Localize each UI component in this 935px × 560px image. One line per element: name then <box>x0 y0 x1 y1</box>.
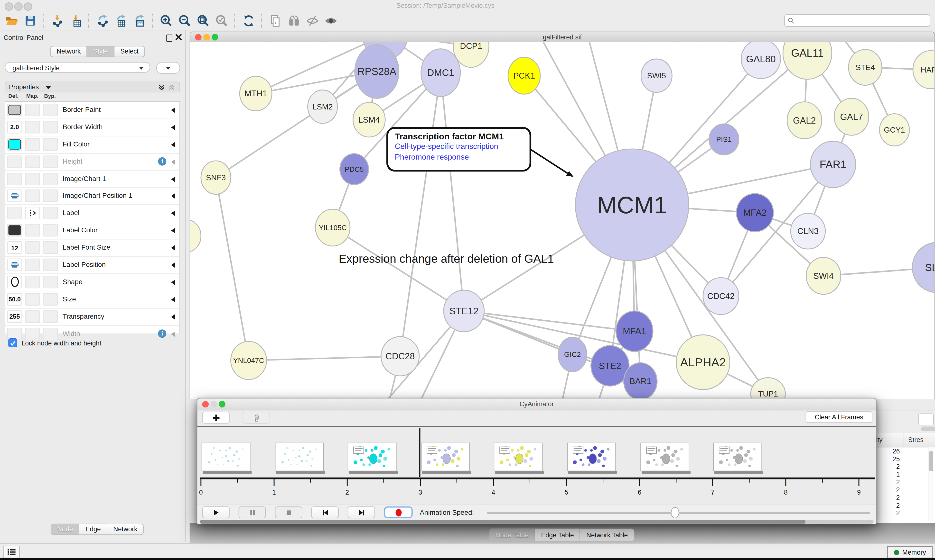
expand-property-icon[interactable] <box>171 228 175 234</box>
pause-button[interactable] <box>239 506 266 518</box>
tab-node-table[interactable]: Node Table <box>489 528 535 542</box>
annotation-link[interactable]: Cell-type-specific transcription <box>395 141 529 152</box>
add-frame-button[interactable] <box>202 412 230 423</box>
style-selector[interactable]: galFiltered Style <box>5 62 150 73</box>
property-cell[interactable] <box>25 121 40 133</box>
property-cell[interactable] <box>43 207 58 219</box>
property-cell[interactable] <box>43 138 58 151</box>
property-cell[interactable] <box>25 224 40 237</box>
binoculars-icon[interactable] <box>285 13 302 29</box>
property-cell[interactable] <box>7 207 22 219</box>
timeline-frame-5[interactable] <box>567 443 616 474</box>
annotation-caption[interactable]: Expression change after deletion of GAL1 <box>339 252 554 266</box>
hide-eye-icon[interactable] <box>304 13 320 29</box>
property-cell[interactable] <box>43 104 58 116</box>
delete-frame-button[interactable] <box>243 412 270 423</box>
expand-property-icon[interactable] <box>171 331 175 337</box>
scrollbar-thumb[interactable] <box>929 451 933 471</box>
expand-property-icon[interactable] <box>171 211 175 216</box>
timeline[interactable]: 0123456789 Seconds <box>197 427 876 505</box>
timeline-frame-2[interactable] <box>348 443 397 474</box>
property-cell[interactable] <box>43 121 58 133</box>
copy-document-icon[interactable] <box>267 13 283 29</box>
expand-property-icon[interactable] <box>171 194 175 199</box>
tab-network[interactable]: Network <box>50 46 87 57</box>
expand-property-icon[interactable] <box>171 297 175 302</box>
zoom-fit-icon[interactable] <box>195 13 211 29</box>
property-cell[interactable]: 12 <box>7 241 22 254</box>
frame-thumbnail[interactable] <box>421 443 470 471</box>
property-row-size[interactable]: 50.0Size <box>5 291 179 308</box>
property-row-label[interactable]: Label <box>5 205 179 222</box>
property-cell[interactable] <box>25 207 40 219</box>
properties-header[interactable]: Properties <box>5 82 180 92</box>
play-button[interactable] <box>202 506 230 518</box>
property-cell[interactable] <box>7 138 22 151</box>
export-network-icon[interactable] <box>94 13 110 29</box>
tab-node[interactable]: Node <box>51 524 79 535</box>
search-input[interactable] <box>797 16 918 25</box>
property-cell[interactable] <box>7 155 22 168</box>
property-cell[interactable] <box>25 104 40 116</box>
collapse-all-icon[interactable] <box>168 84 175 91</box>
property-cell[interactable] <box>7 190 22 202</box>
export-table-icon[interactable] <box>113 13 129 29</box>
property-cell[interactable] <box>7 104 22 116</box>
property-cell[interactable] <box>25 258 40 271</box>
expand-property-icon[interactable] <box>171 176 175 182</box>
expand-property-icon[interactable] <box>171 125 175 131</box>
column-header-centrality[interactable]: ity <box>876 436 883 443</box>
property-row-border-paint[interactable]: Border Paint <box>5 102 179 119</box>
frame-thumbnail[interactable] <box>494 443 543 471</box>
property-cell[interactable] <box>43 241 58 254</box>
open-folder-icon[interactable] <box>4 13 20 29</box>
property-cell[interactable] <box>25 328 40 340</box>
skip-to-end-button[interactable] <box>348 506 375 518</box>
table-toolbar-button[interactable] <box>918 414 934 426</box>
lock-checkbox[interactable] <box>8 338 17 348</box>
property-cell[interactable] <box>43 172 58 185</box>
property-cell[interactable] <box>7 172 22 185</box>
color-swatch[interactable] <box>8 105 21 115</box>
expand-property-icon[interactable] <box>171 314 175 320</box>
close-window-icon[interactable] <box>5 2 13 11</box>
maximize-window-icon[interactable] <box>24 2 32 11</box>
color-swatch[interactable] <box>8 139 21 149</box>
property-cell[interactable]: 50.0 <box>7 293 22 305</box>
memory-button[interactable]: Memory <box>887 546 933 558</box>
zoom-selected-icon[interactable] <box>213 13 230 29</box>
column-divider[interactable] <box>903 433 903 447</box>
style-options-button[interactable] <box>156 62 180 74</box>
close-panel-icon[interactable] <box>175 34 182 41</box>
property-row-label-color[interactable]: Label Color <box>5 222 179 240</box>
frame-thumbnail[interactable] <box>275 443 324 471</box>
zoom-out-icon[interactable] <box>176 13 193 29</box>
slider-thumb[interactable] <box>671 507 679 518</box>
cyanimator-titlebar[interactable]: CyAnimator <box>197 398 876 411</box>
property-cell[interactable] <box>25 155 40 168</box>
timeline-frame-0[interactable] <box>202 443 250 474</box>
frame-thumbnail[interactable] <box>202 443 250 471</box>
annotation-box[interactable]: Transcription factor MCM1 Cell-type-spec… <box>386 127 531 172</box>
expand-all-icon[interactable] <box>158 84 165 91</box>
minimize-window-icon[interactable] <box>14 2 23 11</box>
property-row-label-position[interactable]: Label Position <box>5 257 179 274</box>
float-panel-icon[interactable] <box>166 35 172 42</box>
annotation-link[interactable]: Pheromone response <box>395 152 529 163</box>
property-row-fill-color[interactable]: Fill Color <box>5 136 179 154</box>
network-canvas[interactable]: RPS28ADMC1DCP1PCK1SWI5GAL80GAL11STE4HAP2… <box>190 42 934 399</box>
expand-property-icon[interactable] <box>171 279 175 285</box>
clear-all-frames-button[interactable]: Clear All Frames <box>806 411 872 423</box>
timeline-frame-6[interactable] <box>640 443 689 474</box>
property-row-height[interactable]: Heighti <box>5 154 179 171</box>
tab-edge[interactable]: Edge <box>79 524 107 535</box>
show-eye-icon[interactable] <box>322 13 339 29</box>
property-cell[interactable] <box>25 241 40 254</box>
property-cell[interactable] <box>25 172 40 185</box>
refresh-icon[interactable] <box>240 13 256 29</box>
frame-thumbnail[interactable] <box>567 443 616 471</box>
expand-property-icon[interactable] <box>171 159 175 165</box>
task-history-button[interactable] <box>3 546 20 558</box>
property-cell[interactable] <box>43 190 58 202</box>
timeline-scrollbar[interactable] <box>200 520 873 524</box>
